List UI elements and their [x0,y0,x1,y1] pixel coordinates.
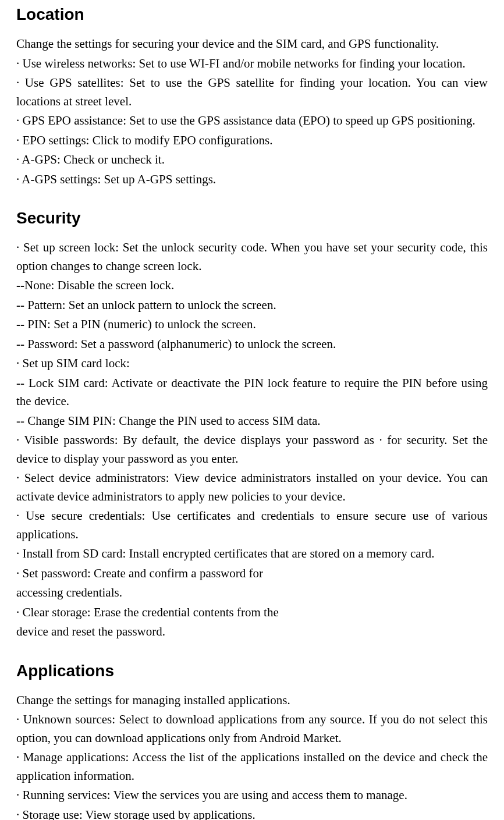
security-item: --None: Disable the screen lock. [16,276,488,295]
security-heading: Security [16,206,488,230]
applications-intro: Change the settings for managing install… [16,691,488,710]
security-item: device and reset the password. [16,623,488,641]
security-item: · Install from SD card: Install encrypte… [16,545,488,563]
security-item: · Select device administrators: View dev… [16,469,488,506]
location-item: · Use GPS satellites: Set to use the GPS… [16,74,488,111]
location-heading: Location [16,2,488,27]
location-item: · GPS EPO assistance: Set to use the GPS… [16,112,488,130]
location-item: · A-GPS settings: Set up A-GPS settings. [16,171,488,189]
security-item: · Visible passwords: By default, the dev… [16,431,488,468]
location-item: · A-GPS: Check or uncheck it. [16,151,488,169]
applications-item: · Unknown sources: Select to download ap… [16,711,488,747]
location-item: · Use wireless networks: Set to use WI-F… [16,55,488,73]
security-item: · Set up screen lock: Set the unlock sec… [16,239,488,275]
security-item: -- Password: Set a password (alphanumeri… [16,335,488,354]
applications-heading: Applications [16,659,488,683]
location-item: · EPO settings: Click to modify EPO conf… [16,132,488,150]
security-item: · Set password: Create and confirm a pas… [16,565,488,583]
location-intro: Change the settings for securing your de… [16,35,488,54]
security-item: -- PIN: Set a PIN (numeric) to unlock th… [16,315,488,334]
security-item: -- Lock SIM card: Activate or deactivate… [16,374,488,411]
security-item: · Set up SIM card lock: [16,354,488,373]
security-item: -- Pattern: Set an unlock pattern to unl… [16,296,488,315]
security-item: -- Change SIM PIN: Change the PIN used t… [16,412,488,431]
security-item: accessing credentials. [16,584,488,602]
security-item: · Use secure credentials: Use certificat… [16,507,488,544]
applications-item: · Storage use: View storage used by appl… [16,806,488,821]
applications-item: · Running services: View the services yo… [16,786,488,805]
applications-item: · Manage applications: Access the list o… [16,748,488,785]
security-item: · Clear storage: Erase the credential co… [16,604,488,622]
